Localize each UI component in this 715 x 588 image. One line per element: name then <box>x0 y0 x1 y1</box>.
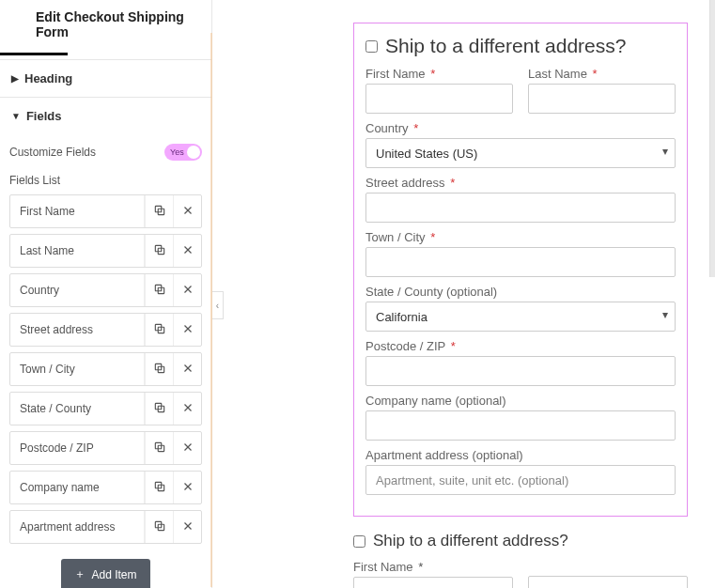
add-item-label: Add Item <box>91 568 136 581</box>
duplicate-button[interactable] <box>145 274 173 306</box>
shipping-form-below: Ship to a different address? First Name … <box>353 532 688 588</box>
field-item-label: Town / City <box>10 353 145 385</box>
ship-heading-row: Ship to a different address? <box>365 35 676 57</box>
town-input[interactable] <box>365 247 676 277</box>
section-heading-label: Heading <box>24 71 72 85</box>
remove-button[interactable] <box>173 195 201 227</box>
section-fields[interactable]: ▼ Fields <box>0 98 211 134</box>
active-tab-indicator <box>0 53 68 55</box>
street-input[interactable] <box>365 193 676 223</box>
add-item-button[interactable]: ＋ Add Item <box>61 559 149 588</box>
postcode-label: Postcode / ZIP * <box>365 339 676 353</box>
close-icon <box>181 322 194 338</box>
remove-button[interactable] <box>173 472 201 503</box>
customize-fields-row: Customize Fields Yes <box>9 134 202 170</box>
plus-icon: ＋ <box>74 566 85 582</box>
field-item[interactable]: Postcode / ZIP <box>9 431 202 465</box>
field-item[interactable]: Apartment address <box>9 510 202 544</box>
field-item[interactable]: State / County <box>9 392 202 426</box>
field-item-label: Company name <box>10 472 145 503</box>
last-name-input-2[interactable] <box>528 576 688 588</box>
town-label: Town / City * <box>365 230 676 244</box>
state-select[interactable]: California <box>365 302 676 332</box>
field-item[interactable]: Town / City <box>9 352 202 386</box>
close-icon <box>181 401 194 417</box>
form-preview: Ship to a different address? First Name … <box>353 23 688 588</box>
copy-icon <box>153 243 166 259</box>
remove-button[interactable] <box>173 432 201 464</box>
ship-heading-2: Ship to a different address? <box>373 532 568 550</box>
last-name-label: Last Name * <box>528 67 676 81</box>
fields-list-label: Fields List <box>9 170 202 194</box>
first-name-input-2[interactable] <box>353 577 513 588</box>
remove-button[interactable] <box>173 314 201 346</box>
close-icon <box>181 243 194 259</box>
remove-button[interactable] <box>173 511 201 543</box>
chevron-left-icon: ‹ <box>216 301 219 311</box>
first-name-label: First Name * <box>365 67 513 81</box>
field-item-label: Last Name <box>10 235 145 267</box>
right-rail <box>709 0 715 277</box>
close-icon <box>181 519 194 535</box>
ship-different-checkbox-2[interactable] <box>353 535 365 548</box>
close-icon <box>181 480 194 496</box>
first-name-input[interactable] <box>365 84 513 114</box>
ship-heading: Ship to a different address? <box>385 35 626 57</box>
section-fields-label: Fields <box>26 109 62 123</box>
duplicate-button[interactable] <box>145 353 173 385</box>
caret-right-icon: ▶ <box>11 73 19 84</box>
remove-button[interactable] <box>173 235 201 267</box>
copy-icon <box>153 322 166 338</box>
copy-icon <box>153 441 166 456</box>
field-item[interactable]: Country <box>9 273 202 307</box>
field-item-label: Street address <box>10 314 145 346</box>
ship-different-checkbox[interactable] <box>365 40 378 53</box>
customize-fields-label: Customize Fields <box>9 146 96 159</box>
street-label: Street address * <box>365 176 676 190</box>
copy-icon <box>153 401 166 417</box>
section-heading[interactable]: ▶ Heading <box>0 60 211 97</box>
postcode-input[interactable] <box>365 356 676 386</box>
field-item[interactable]: Street address <box>9 313 202 347</box>
copy-icon <box>153 362 166 378</box>
caret-down-icon: ▼ <box>11 111 21 121</box>
fields-list: First NameLast NameCountryStreet address… <box>9 194 202 544</box>
close-icon <box>181 362 194 378</box>
close-icon <box>181 204 194 220</box>
duplicate-button[interactable] <box>145 235 173 267</box>
ship-heading-row-2: Ship to a different address? <box>353 532 688 550</box>
add-item-row: ＋ Add Item <box>9 549 202 588</box>
duplicate-button[interactable] <box>145 195 173 227</box>
company-input[interactable] <box>365 410 676 441</box>
remove-button[interactable] <box>173 393 201 425</box>
duplicate-button[interactable] <box>145 432 173 464</box>
duplicate-button[interactable] <box>145 393 173 425</box>
field-item-label: Country <box>10 274 145 306</box>
close-icon <box>181 283 194 299</box>
copy-icon <box>153 204 166 220</box>
field-item-label: Apartment address <box>10 511 145 543</box>
apartment-label: Apartment address (optional) <box>365 448 676 462</box>
fields-panel: Customize Fields Yes Fields List First N… <box>0 134 211 588</box>
duplicate-button[interactable] <box>145 511 173 543</box>
duplicate-button[interactable] <box>145 314 173 346</box>
copy-icon <box>153 519 166 535</box>
shipping-form-card: Ship to a different address? First Name … <box>353 23 688 517</box>
field-item[interactable]: First Name <box>9 194 202 228</box>
copy-icon <box>153 283 166 299</box>
toggle-text: Yes <box>170 147 184 157</box>
collapse-sidebar-handle[interactable]: ‹ <box>212 291 224 319</box>
field-item-label: Postcode / ZIP <box>10 432 145 464</box>
field-item[interactable]: Last Name <box>9 234 202 268</box>
duplicate-button[interactable] <box>145 472 173 503</box>
country-select[interactable]: United States (US) <box>365 138 676 168</box>
company-label: Company name (optional) <box>365 394 676 408</box>
field-item[interactable]: Company name <box>9 471 202 504</box>
customize-fields-toggle[interactable]: Yes <box>164 144 202 161</box>
first-name-label-2: First Name * <box>353 560 513 574</box>
remove-button[interactable] <box>173 274 201 306</box>
state-label: State / County (optional) <box>365 285 676 299</box>
apartment-input[interactable] <box>365 465 676 495</box>
remove-button[interactable] <box>173 353 201 385</box>
last-name-input[interactable] <box>528 84 676 114</box>
